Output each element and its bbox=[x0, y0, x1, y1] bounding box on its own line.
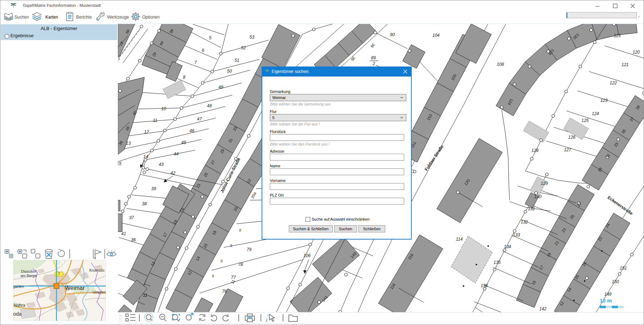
svg-text:89: 89 bbox=[371, 55, 376, 60]
svg-text:125: 125 bbox=[581, 118, 589, 123]
svg-text:II: II bbox=[230, 244, 232, 248]
svg-text:79: 79 bbox=[247, 247, 252, 252]
svg-text:47: 47 bbox=[197, 117, 202, 122]
svg-text:48: 48 bbox=[207, 103, 212, 108]
svg-text:121: 121 bbox=[621, 62, 629, 67]
svg-text:150: 150 bbox=[612, 279, 619, 284]
svg-text:Daasdorf: Daasdorf bbox=[21, 269, 36, 274]
svg-text:garten: garten bbox=[13, 284, 24, 289]
svg-text:36: 36 bbox=[131, 237, 136, 242]
svg-text:130: 130 bbox=[534, 194, 541, 199]
svg-text:11: 11 bbox=[153, 118, 157, 123]
svg-text:51: 51 bbox=[234, 58, 239, 63]
svg-text:45: 45 bbox=[181, 140, 186, 145]
svg-text:43: 43 bbox=[159, 162, 164, 167]
svg-text:38: 38 bbox=[142, 201, 147, 206]
svg-text:123: 123 bbox=[600, 98, 608, 103]
svg-text:114: 114 bbox=[456, 237, 462, 242]
svg-text:134: 134 bbox=[504, 244, 511, 249]
svg-text:127: 127 bbox=[564, 147, 571, 152]
svg-text:8: 8 bbox=[183, 75, 185, 80]
svg-text:104: 104 bbox=[432, 33, 440, 38]
svg-text:131: 131 bbox=[528, 206, 535, 211]
svg-text:39: 39 bbox=[151, 186, 156, 191]
svg-text:II: II bbox=[221, 259, 223, 263]
svg-text:135: 135 bbox=[494, 260, 501, 265]
svg-text:5: 5 bbox=[209, 35, 212, 40]
svg-text:II: II bbox=[212, 274, 214, 278]
svg-text:46: 46 bbox=[189, 128, 194, 133]
svg-text:oda: oda bbox=[13, 311, 22, 317]
svg-text:10: 10 bbox=[161, 106, 166, 111]
svg-text:14: 14 bbox=[143, 154, 148, 159]
svg-text:126: 126 bbox=[568, 135, 575, 140]
svg-text:78: 78 bbox=[238, 262, 243, 267]
svg-text:10 m: 10 m bbox=[600, 297, 612, 304]
svg-text:Umpferste: Umpferste bbox=[93, 290, 106, 294]
svg-text:42: 42 bbox=[170, 171, 175, 176]
svg-text:i: i bbox=[266, 317, 267, 323]
svg-text:136: 136 bbox=[481, 283, 488, 288]
svg-text:128: 128 bbox=[531, 148, 539, 153]
svg-text:49: 49 bbox=[218, 85, 223, 90]
svg-text:76: 76 bbox=[222, 289, 227, 294]
svg-text:52: 52 bbox=[241, 45, 246, 50]
svg-text:11: 11 bbox=[143, 293, 147, 298]
svg-text:108: 108 bbox=[497, 62, 504, 67]
svg-text:53: 53 bbox=[249, 35, 254, 40]
svg-text:115: 115 bbox=[614, 33, 620, 38]
svg-text:44: 44 bbox=[174, 152, 179, 157]
svg-text:50: 50 bbox=[227, 69, 232, 74]
svg-text:129: 129 bbox=[541, 181, 548, 186]
svg-text:Nohra: Nohra bbox=[14, 303, 25, 308]
svg-text:15: 15 bbox=[118, 161, 122, 166]
svg-text:13: 13 bbox=[126, 141, 131, 146]
svg-text:149: 149 bbox=[604, 292, 611, 297]
svg-text:6: 6 bbox=[202, 48, 204, 53]
svg-text:37: 37 bbox=[129, 215, 134, 220]
svg-text:90: 90 bbox=[390, 32, 395, 37]
svg-text:41: 41 bbox=[121, 231, 126, 236]
svg-text:124: 124 bbox=[592, 111, 599, 116]
svg-text:7: 7 bbox=[58, 272, 60, 276]
svg-text:133: 133 bbox=[513, 232, 520, 237]
svg-text:am Berge: am Berge bbox=[20, 274, 37, 278]
svg-text:120: 120 bbox=[633, 50, 640, 55]
svg-text:142: 142 bbox=[539, 306, 546, 311]
svg-text:II: II bbox=[239, 228, 241, 232]
svg-text:151: 151 bbox=[620, 266, 627, 271]
svg-text:122: 122 bbox=[610, 80, 617, 85]
svg-text:106: 106 bbox=[303, 253, 311, 258]
svg-text:Kromsdo: Kromsdo bbox=[89, 268, 104, 272]
svg-text:2: 2 bbox=[372, 61, 375, 66]
svg-text:132: 132 bbox=[521, 220, 528, 225]
svg-text:12: 12 bbox=[144, 129, 149, 134]
svg-text:Weimar: Weimar bbox=[65, 285, 85, 291]
